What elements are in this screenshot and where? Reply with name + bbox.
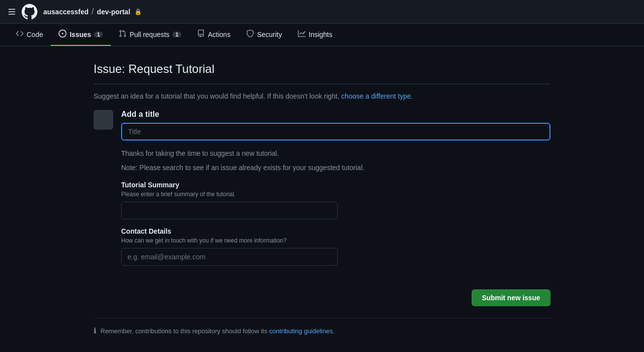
info-icon: ℹ: [94, 326, 97, 335]
nav-actions[interactable]: Actions: [189, 24, 238, 46]
nav-issues-label: Issues: [69, 31, 91, 38]
nav-security-label: Security: [257, 31, 282, 38]
repo-name: dev-portal: [97, 8, 130, 16]
tutorial-summary-label: Tutorial Summary: [121, 181, 550, 189]
issue-title-input[interactable]: [121, 123, 550, 141]
form-area: Add a title Thanks for taking the time t…: [94, 110, 550, 266]
submit-new-issue-button[interactable]: Submit new issue: [472, 289, 550, 306]
info-line2: Note: Please search to see if an issue a…: [121, 163, 550, 173]
hamburger-menu[interactable]: [8, 8, 16, 16]
main-content: Issue: Request Tutorial Suggest an idea …: [86, 46, 558, 351]
nav-insights-label: Insights: [309, 31, 332, 38]
page-title: Issue: Request Tutorial: [94, 62, 550, 84]
code-icon: [16, 30, 24, 39]
topbar: ausaccessfed / dev-portal 🔒: [0, 0, 644, 24]
lock-icon: 🔒: [134, 8, 142, 15]
insights-icon: [298, 30, 306, 39]
issues-badge: 1: [94, 32, 103, 37]
actions-icon: [197, 30, 205, 39]
nav-pr-label: Pull requests: [129, 31, 169, 38]
footer-note: ℹ Remember, contributions to this reposi…: [94, 318, 550, 335]
footer-note-text: Remember, contributions to this reposito…: [100, 327, 335, 335]
contact-details-hint: How can we get in touch with you if we n…: [121, 237, 550, 244]
different-type-link[interactable]: choose a different type.: [341, 92, 413, 100]
tutorial-summary-hint: Please enter a brief summary of the tuto…: [121, 191, 550, 198]
contact-details-label: Contact Details: [121, 227, 550, 235]
pr-badge: 1: [172, 32, 181, 37]
contact-details-input[interactable]: [121, 248, 338, 266]
github-logo[interactable]: [22, 4, 37, 20]
org-link[interactable]: ausaccessfed: [43, 8, 89, 16]
nav-security[interactable]: Security: [238, 24, 290, 46]
nav-actions-label: Actions: [208, 31, 230, 38]
info-line1: Thanks for taking the time to suggest a …: [121, 148, 550, 159]
submit-area: Submit new issue: [94, 282, 550, 306]
avatar: [94, 110, 113, 130]
nav-code-label: Code: [27, 31, 43, 38]
pr-icon: [119, 30, 127, 39]
nav-code[interactable]: Code: [8, 24, 51, 46]
page-subtitle: Suggest an idea for a tutorial that you …: [94, 92, 550, 100]
tutorial-summary-input[interactable]: [121, 202, 338, 219]
nav-pull-requests[interactable]: Pull requests 1: [111, 24, 189, 46]
form-body: Add a title Thanks for taking the time t…: [121, 110, 550, 266]
breadcrumb-separator: /: [92, 6, 94, 17]
nav-issues[interactable]: Issues 1: [51, 24, 111, 46]
nav-insights[interactable]: Insights: [290, 24, 340, 46]
security-icon: [246, 30, 254, 39]
contributing-guidelines-link[interactable]: contributing guidelines: [269, 327, 333, 335]
issues-icon: [59, 30, 66, 39]
breadcrumb: ausaccessfed / dev-portal 🔒: [43, 6, 142, 17]
add-title-label: Add a title: [121, 110, 550, 119]
repo-nav: Code Issues 1 Pull requests 1 Actions: [0, 24, 644, 46]
